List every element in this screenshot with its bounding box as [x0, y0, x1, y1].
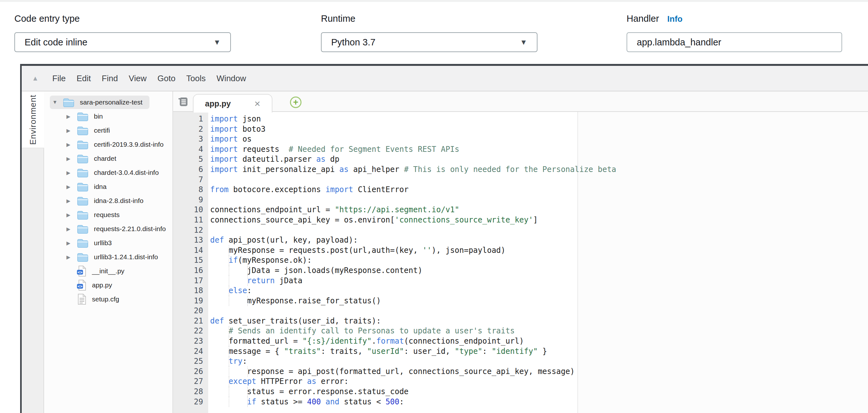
line-number: 22	[173, 326, 208, 336]
tree-item-certifi-2019-3-9-dist-info[interactable]: ▶ certifi-2019.3.9.dist-info	[44, 138, 173, 151]
tree-item-label: certifi-2019.3.9.dist-info	[94, 141, 163, 148]
chevron-right-icon[interactable]: ▶	[66, 114, 76, 120]
open-files-list-icon[interactable]	[178, 96, 188, 108]
editor-pane: app.py × + 12345678910111213141516171819…	[173, 91, 868, 413]
chevron-right-icon[interactable]: ▶	[66, 254, 76, 260]
svg-text:<>: <>	[78, 284, 83, 289]
text-file-icon	[76, 293, 87, 305]
menubar-items: FileEditFindViewGotoToolsWindow	[47, 73, 252, 83]
menubar: ▲ FileEditFindViewGotoToolsWindow	[22, 66, 868, 91]
line-number: 29	[173, 397, 208, 407]
tree-item-label: idna	[94, 183, 107, 190]
collapse-editor-icon[interactable]: ▲	[32, 75, 39, 82]
code-line: message = { "traits": traits, "userId": …	[210, 347, 868, 357]
indent-guide	[229, 296, 229, 306]
code-entry-type-field: Code entry type Edit code inline ▼	[14, 13, 231, 52]
code-editor[interactable]: 1234567891011121314151617181920212223242…	[173, 112, 868, 413]
menu-item-edit[interactable]: Edit	[71, 73, 96, 83]
line-number: 19	[173, 296, 208, 306]
code-line: jData = json.loads(myResponse.content)	[210, 266, 868, 276]
tab-app-py[interactable]: app.py ×	[193, 94, 272, 113]
indent-guide	[229, 276, 229, 286]
tree-item-idna[interactable]: ▶ idna	[44, 180, 173, 194]
code-line: import dateutil.parser as dp	[210, 154, 868, 165]
code-line	[210, 306, 868, 316]
code-line: import os	[210, 134, 868, 145]
chevron-right-icon[interactable]: ▶	[66, 170, 76, 176]
line-number: 23	[173, 336, 208, 347]
line-number: 27	[173, 377, 208, 387]
folder-icon	[76, 126, 89, 135]
tree-item-chardet[interactable]: ▶ chardet	[44, 151, 173, 166]
ide-body: Environment ▼ sara-personalize-test▶ bin…	[22, 91, 868, 413]
indent-guide	[247, 266, 248, 276]
chevron-right-icon[interactable]: ▶	[66, 142, 76, 148]
tree-item-idna-2-8-dist-info[interactable]: ▶ idna-2.8.dist-info	[44, 194, 173, 208]
folder-icon	[76, 224, 89, 234]
tree-item-requests[interactable]: ▶ requests	[44, 208, 173, 222]
tree-item-init-py[interactable]: <>__init__.py	[44, 264, 173, 278]
chevron-down-icon[interactable]: ▼	[52, 99, 63, 105]
tree-item-sara-personalize-test[interactable]: ▼ sara-personalize-test	[44, 95, 173, 109]
close-tab-icon[interactable]: ×	[254, 98, 260, 109]
handler-info-link[interactable]: Info	[668, 14, 683, 24]
code-line: formatted_url = "{:s}/identify".format(c…	[210, 336, 868, 347]
runtime-label: Runtime	[321, 13, 355, 24]
menu-item-tools[interactable]: Tools	[181, 73, 211, 83]
code-line: import init_personalize_api as api_helpe…	[210, 165, 868, 175]
top-divider	[0, 0, 868, 2]
tree-item-label: app.py	[92, 281, 112, 289]
chevron-right-icon[interactable]: ▶	[66, 240, 76, 246]
tree-item-app-py[interactable]: <>app.py	[44, 278, 173, 292]
code-content: import jsonimport boto3import osimport r…	[208, 112, 868, 413]
tree-item-certifi[interactable]: ▶ certifi	[44, 123, 173, 138]
menu-item-find[interactable]: Find	[96, 73, 124, 83]
code-line: return jData	[210, 276, 868, 286]
tree-item-requests-2-21-0-dist-info[interactable]: ▶ requests-2.21.0.dist-info	[44, 222, 173, 236]
tree-item-setup-cfg[interactable]: setup.cfg	[44, 292, 173, 306]
tree-item-label: certifi	[94, 126, 110, 134]
menu-item-file[interactable]: File	[47, 73, 71, 83]
sidebar-tab-environment[interactable]: Environment	[22, 91, 44, 148]
line-number: 5	[173, 154, 208, 165]
tree-item-urllib3[interactable]: ▶ urllib3	[44, 236, 173, 250]
line-number: 13	[173, 235, 208, 245]
line-number: 26	[173, 367, 208, 377]
menu-item-window[interactable]: Window	[211, 73, 251, 83]
folder-icon	[76, 196, 89, 206]
chevron-right-icon[interactable]: ▶	[66, 156, 76, 162]
indent-guide	[229, 245, 229, 256]
code-line: connections_source_api_key = os.environ[…	[210, 215, 868, 225]
menu-item-goto[interactable]: Goto	[152, 73, 181, 83]
tree-item-bin[interactable]: ▶ bin	[44, 109, 173, 123]
code-entry-type-select[interactable]: Edit code inline ▼	[14, 32, 231, 52]
sidebar-strip-filler	[22, 148, 44, 413]
tree-item-chardet-3-0-4-dist-info[interactable]: ▶ chardet-3.0.4.dist-info	[44, 166, 173, 180]
sidebar-strip: Environment	[22, 91, 44, 413]
python-file-icon: <>	[76, 265, 87, 277]
code-line: except HTTPError as error:	[210, 377, 868, 387]
chevron-right-icon[interactable]: ▶	[66, 226, 76, 232]
runtime-value: Python 3.7	[331, 37, 376, 48]
new-tab-plus-icon[interactable]: +	[290, 96, 302, 108]
line-number-gutter: 1234567891011121314151617181920212223242…	[173, 112, 208, 413]
indent-guide	[247, 387, 248, 397]
tree-item-urllib3-1-24-1-dist-info[interactable]: ▶ urllib3-1.24.1.dist-info	[44, 250, 173, 264]
code-line: if status >= 400 and status < 500:	[210, 397, 868, 407]
handler-input[interactable]: app.lambda_handler	[626, 32, 842, 52]
runtime-select[interactable]: Python 3.7 ▼	[321, 32, 537, 52]
line-number: 7	[173, 175, 208, 185]
line-number: 4	[173, 145, 208, 155]
chevron-right-icon[interactable]: ▶	[66, 212, 76, 218]
line-number: 8	[173, 185, 208, 195]
code-line: response = api_post(formatted_url, conne…	[210, 367, 868, 377]
chevron-right-icon[interactable]: ▶	[66, 127, 76, 134]
line-number: 11	[173, 215, 208, 225]
folder-icon	[63, 97, 75, 107]
line-number: 6	[173, 165, 208, 175]
code-line: else:	[210, 286, 868, 296]
chevron-right-icon[interactable]: ▶	[66, 184, 76, 190]
menu-item-view[interactable]: View	[123, 73, 152, 83]
code-line: myResponse.raise_for_status()	[210, 296, 868, 306]
chevron-right-icon[interactable]: ▶	[66, 198, 76, 204]
